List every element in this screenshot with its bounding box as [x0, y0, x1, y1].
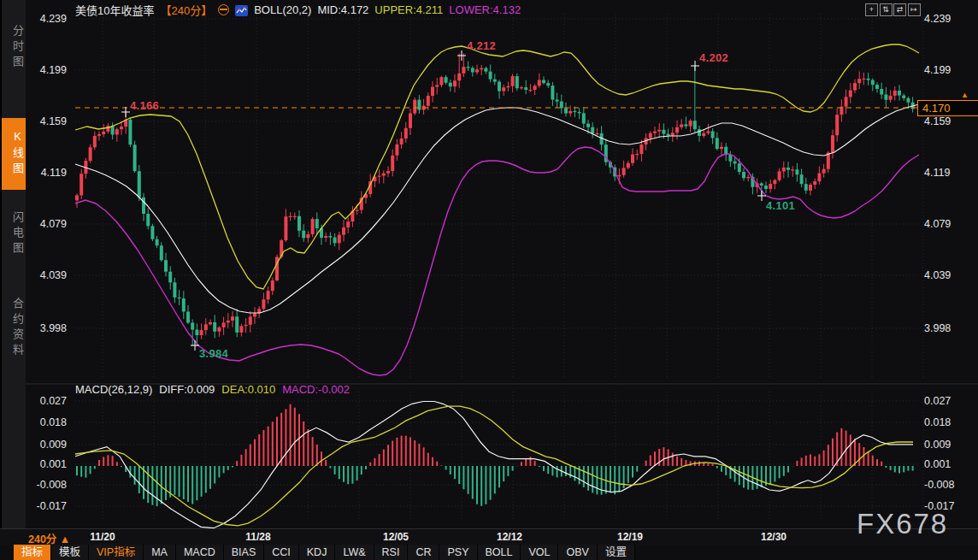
x-axis-date: 12/05 [383, 531, 409, 543]
price-annotation: 3.984 [199, 347, 228, 360]
x-axis-date: 12/19 [617, 531, 643, 543]
price-annotation: 4.101 [766, 199, 795, 212]
price-annotation: 4.202 [699, 51, 728, 64]
y-axis-scale-icon[interactable]: ⇅ [880, 3, 893, 16]
x-axis-scale-icon[interactable]: ⇄ [893, 3, 906, 16]
x-axis-row [0, 528, 978, 545]
sidebar-item-kline-chart[interactable]: K线图 [2, 118, 26, 190]
collapse-indicator-icon[interactable] [218, 4, 229, 15]
price-annotation: 4.166 [130, 99, 159, 112]
chart-canvas[interactable] [0, 0, 978, 560]
price-axis-label-right: 4.239 [924, 14, 951, 25]
instrument-title: 美债10年收益率 [75, 2, 154, 18]
period-badge: 【240分】 [160, 2, 212, 18]
price-axis-label-right: 4.039 [924, 270, 951, 281]
macd-axis-label-right: -0.008 [924, 480, 954, 491]
toolbar-item-kdj[interactable]: KDJ [299, 545, 336, 560]
toolbar-item-lwr[interactable]: LW& [335, 545, 374, 560]
macd-axis-label-left: 0.027 [24, 396, 67, 407]
toolbar-item-macd[interactable]: MACD [176, 545, 224, 560]
sidebar-item-flash-chart[interactable]: 闪电图 [2, 198, 26, 270]
x-axis-date: 12/12 [497, 531, 522, 543]
macd-diff-value: DIFF:0.009 [159, 383, 215, 396]
sidebar-item-time-chart[interactable]: 分时图 [2, 10, 26, 85]
toolbar-item-psy[interactable]: PSY [439, 545, 477, 560]
boll-lower-value: LOWER:4.132 [449, 3, 521, 16]
price-axis-label-right: 4.199 [924, 65, 951, 76]
toolbar-item-settings[interactable]: 设置 [598, 545, 635, 560]
toolbar-item-template[interactable]: 模板 [51, 545, 89, 560]
pan-icon[interactable]: + [865, 3, 878, 16]
toolbar-item-obv[interactable]: OBV [558, 545, 597, 560]
current-price-value: 4.170 [922, 102, 951, 115]
price-axis-label-right: 4.119 [924, 168, 950, 179]
macd-dea-value: DEA:0.010 [221, 383, 275, 396]
boll-label: BOLL(20,2) [254, 3, 311, 16]
chart-type-sidebar: 分时图K线图闪电图合约资料 [0, 0, 26, 545]
macd-axis-label-left: -0.017 [24, 501, 67, 512]
macd-axis-label-right: 0.001 [924, 459, 951, 470]
macd-axis-label-right: 0.018 [924, 417, 951, 428]
toolbar-item-bias[interactable]: BIAS [224, 545, 265, 560]
reset-axis-icon[interactable]: ↦ [908, 3, 921, 16]
indicator-chart-icon[interactable] [235, 5, 248, 16]
toolbar-item-rsi[interactable]: RSI [374, 545, 409, 560]
boll-mid-value: MID:4.172 [317, 3, 368, 16]
price-axis-label-right: 3.998 [924, 323, 951, 334]
watermark: FX678 [857, 508, 948, 540]
trading-app: 分时图K线图闪电图合约资料 美债10年收益率 【240分】 BOLL(20,2)… [0, 0, 978, 560]
price-axis-label-right: 4.159 [924, 116, 951, 127]
price-axis-label-left: 4.119 [24, 168, 67, 179]
sidebar-item-contract-info[interactable]: 合约资料 [2, 280, 26, 376]
toolbar-item-vip-indicator[interactable]: VIP指标 [89, 545, 144, 560]
price-axis-label-right: 4.079 [924, 219, 951, 230]
macd-axis-label-left: 0.001 [24, 459, 67, 470]
price-axis-label-left: 4.079 [24, 219, 67, 230]
x-axis-date: 12/30 [761, 531, 787, 543]
macd-axis-label-left: 0.018 [24, 417, 67, 428]
macd-hist-value: MACD:-0.002 [282, 383, 350, 396]
price-axis-label-left: 4.159 [24, 116, 67, 127]
x-axis-date: 11/28 [245, 531, 270, 543]
toolbar-item-indicator[interactable]: 指标 [14, 545, 51, 560]
macd-axis-label-right: 0.009 [924, 439, 951, 451]
price-up-arrow-icon: ▲ [961, 91, 969, 99]
boll-upper-value: UPPER:4.211 [374, 3, 443, 16]
price-axis-label-left: 4.199 [24, 65, 67, 76]
toolbar-item-ma[interactable]: MA [144, 545, 176, 560]
macd-label: MACD(26,12,9) [75, 383, 152, 396]
macd-header: MACD(26,12,9) DIFF:0.009 DEA:0.010 MACD:… [75, 383, 350, 396]
toolbar-item-vol[interactable]: VOL [521, 545, 558, 560]
x-axis-date: 11/20 [90, 531, 115, 543]
chart-header: 美债10年收益率 【240分】 BOLL(20,2) MID:4.172 UPP… [75, 3, 521, 16]
price-axis-label-left: 4.239 [24, 14, 67, 25]
indicator-toolbar: 指标模板VIP指标MAMACDBIASCCIKDJLW&RSICRPSYBOLL… [14, 545, 635, 560]
macd-axis-label-left: -0.008 [24, 480, 67, 491]
macd-axis-label-left: 0.009 [24, 439, 67, 451]
period-up-arrow-icon: ▲ [60, 533, 70, 545]
price-axis-label-left: 4.039 [24, 270, 67, 281]
price-annotation: 4.212 [467, 39, 496, 52]
toolbar-item-cr[interactable]: CR [408, 545, 439, 560]
price-axis-label-left: 3.998 [24, 323, 67, 334]
toolbar-item-cci[interactable]: CCI [264, 545, 299, 560]
toolbar-item-boll[interactable]: BOLL [478, 545, 521, 560]
macd-axis-label-right: 0.027 [924, 396, 951, 407]
current-price-box: 4.170 [917, 100, 978, 116]
